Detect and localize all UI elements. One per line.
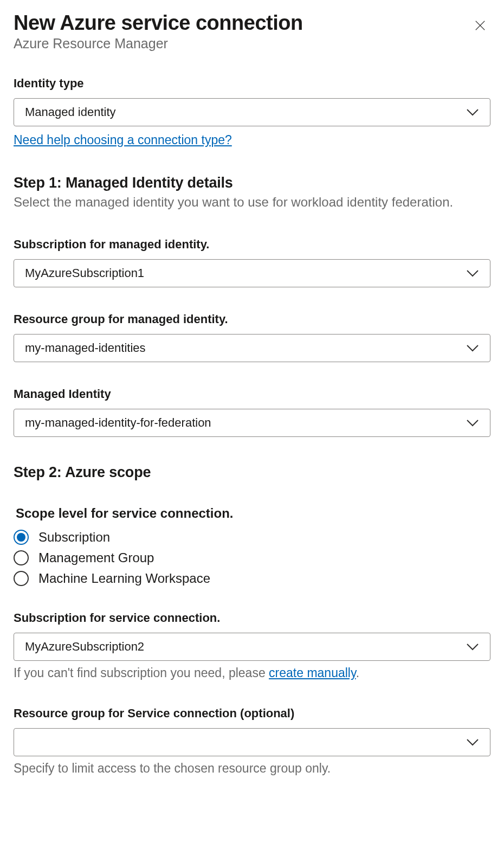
mi-subscription-label: Subscription for managed identity.: [14, 237, 490, 252]
radio-icon: [14, 530, 29, 545]
managed-identity-dropdown[interactable]: my-managed-identity-for-federation: [14, 409, 490, 437]
scope-option-ml-workspace[interactable]: Machine Learning Workspace: [14, 571, 490, 586]
sc-rg-dropdown[interactable]: [14, 728, 490, 756]
scope-option-label: Subscription: [38, 530, 110, 545]
radio-icon: [14, 571, 29, 586]
help-link[interactable]: Need help choosing a connection type?: [14, 133, 232, 147]
managed-identity-value: my-managed-identity-for-federation: [25, 416, 211, 430]
chevron-down-icon: [466, 106, 479, 118]
chevron-down-icon: [466, 641, 479, 653]
sc-subscription-value: MyAzureSubscription2: [25, 640, 144, 654]
identity-type-dropdown[interactable]: Managed identity: [14, 98, 490, 126]
scope-option-mgmt-group[interactable]: Management Group: [14, 550, 490, 565]
sc-rg-hint: Specify to limit access to the chosen re…: [14, 761, 490, 777]
sc-subscription-dropdown[interactable]: MyAzureSubscription2: [14, 633, 490, 661]
mi-subscription-dropdown[interactable]: MyAzureSubscription1: [14, 259, 490, 287]
scope-radio-group: Subscription Management Group Machine Le…: [14, 530, 490, 586]
sc-subscription-label: Subscription for service connection.: [14, 611, 490, 625]
chevron-down-icon: [466, 267, 479, 279]
step1-desc: Select the managed identity you want to …: [14, 194, 490, 210]
dialog-title: New Azure service connection: [14, 12, 303, 35]
scope-level-label: Scope level for service connection.: [16, 506, 490, 521]
mi-rg-label: Resource group for managed identity.: [14, 312, 490, 326]
mi-subscription-value: MyAzureSubscription1: [25, 266, 144, 280]
mi-rg-dropdown[interactable]: my-managed-identities: [14, 334, 490, 362]
create-manually-link[interactable]: create manually: [269, 666, 356, 680]
sc-subscription-hint: If you can't find subscription you need,…: [14, 665, 490, 681]
scope-option-label: Machine Learning Workspace: [38, 571, 210, 586]
mi-rg-value: my-managed-identities: [25, 341, 146, 355]
dialog-subtitle: Azure Resource Manager: [14, 36, 303, 52]
step1-title: Step 1: Managed Identity details: [14, 175, 490, 191]
close-button[interactable]: [470, 15, 490, 38]
chevron-down-icon: [466, 736, 479, 748]
scope-option-subscription[interactable]: Subscription: [14, 530, 490, 545]
chevron-down-icon: [466, 342, 479, 354]
sc-rg-label: Resource group for Service connection (o…: [14, 706, 490, 721]
radio-icon: [14, 550, 29, 565]
managed-identity-label: Managed Identity: [14, 387, 490, 401]
identity-type-label: Identity type: [14, 76, 490, 91]
identity-type-value: Managed identity: [25, 105, 116, 119]
close-icon: [474, 18, 486, 35]
step2-title: Step 2: Azure scope: [14, 464, 490, 481]
chevron-down-icon: [466, 417, 479, 429]
scope-option-label: Management Group: [38, 550, 154, 565]
